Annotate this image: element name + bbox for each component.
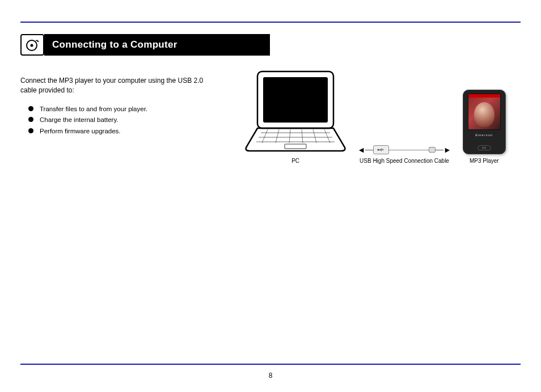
svg-point-2 — [37, 41, 39, 42]
bullet-item: Charge the internal battery. — [28, 115, 208, 126]
mp3-player-icon: Emerson VOL — [463, 90, 506, 154]
section-icon-disc — [20, 34, 44, 56]
content-area: Connect the MP3 player to your computer … — [20, 66, 521, 164]
mp3-album-art — [474, 102, 494, 127]
disc-icon — [25, 37, 40, 52]
bullet-item: Transfer files to and from your player. — [28, 104, 208, 115]
mp3-vol-button: VOL — [477, 145, 491, 150]
cable-segment — [436, 150, 443, 150]
usb-a-plug-icon — [373, 145, 389, 154]
mp3-device: Emerson VOL MP3 Player — [463, 90, 506, 164]
top-divider — [20, 22, 521, 23]
svg-line-12 — [313, 129, 316, 143]
intro-text: Connect the MP3 player to your computer … — [20, 76, 208, 96]
laptop-icon — [245, 69, 346, 154]
svg-line-11 — [302, 129, 303, 143]
cable-device: ◄ ► USB High Speed Connection Cable — [357, 145, 451, 164]
usb-mini-plug-icon — [429, 147, 436, 153]
mp3-brand-label: Emerson — [475, 133, 493, 137]
bottom-divider — [20, 364, 521, 365]
svg-line-8 — [262, 129, 268, 143]
diagram-area: PC ◄ ► USB High Speed Con — [230, 66, 521, 164]
mp3-screen — [468, 94, 501, 130]
bullet-list: Transfer files to and from your player. … — [20, 104, 208, 137]
page-number: 8 — [0, 372, 541, 380]
cable-cord — [389, 150, 429, 150]
bullet-item: Perform firmware upgrades. — [28, 126, 208, 137]
arrow-right-icon: ► — [443, 145, 451, 154]
pc-label: PC — [291, 158, 299, 164]
cable-segment — [365, 150, 373, 150]
pc-device: PC — [245, 69, 346, 164]
mp3-label: MP3 Player — [470, 158, 499, 164]
mp3-status-bar — [468, 94, 500, 98]
text-column: Connect the MP3 player to your computer … — [20, 66, 208, 164]
svg-line-13 — [324, 129, 330, 143]
svg-rect-4 — [263, 77, 328, 123]
section-header: Connecting to a Computer — [20, 34, 521, 56]
section-title: Connecting to a Computer — [52, 39, 177, 50]
usb-symbol-icon — [377, 147, 385, 152]
svg-rect-14 — [285, 144, 306, 149]
svg-line-10 — [289, 129, 290, 143]
cable-label: USB High Speed Connection Cable — [360, 158, 449, 164]
arrow-left-icon: ◄ — [357, 145, 365, 154]
section-title-bar: Connecting to a Computer — [44, 34, 270, 56]
svg-line-9 — [276, 129, 279, 143]
svg-point-1 — [31, 44, 33, 47]
